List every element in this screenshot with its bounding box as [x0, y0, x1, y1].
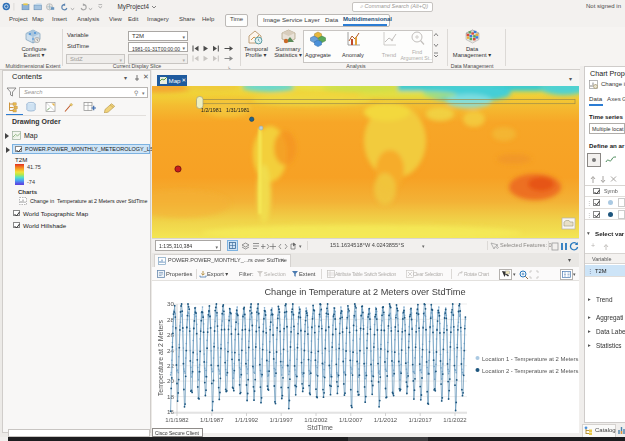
svg-text:Change in Temperature at 2 Met: Change in Temperature at 2 Meters over S… [264, 287, 465, 297]
svg-text:1/1/2012: 1/1/2012 [374, 417, 398, 423]
svg-text:20: 20 [167, 377, 174, 384]
svg-text:StdTime: StdTime [307, 424, 333, 431]
svg-text:22: 22 [167, 362, 174, 369]
svg-text:30: 30 [167, 300, 174, 307]
svg-text:1/1/2002: 1/1/2002 [304, 417, 328, 423]
svg-text:1/1/1997: 1/1/1997 [270, 417, 294, 423]
svg-text:Temperature at 2 Meters: Temperature at 2 Meters [157, 319, 165, 396]
svg-text:24: 24 [167, 347, 174, 354]
svg-text:26: 26 [167, 331, 174, 338]
svg-text:Location 1 - Temperature at 2: Location 1 - Temperature at 2 Meters [482, 356, 579, 362]
svg-text:1/1/1987: 1/1/1987 [200, 417, 224, 423]
svg-text:1/1/1982: 1/1/1982 [165, 417, 189, 423]
svg-text:1/1/1992: 1/1/1992 [235, 417, 259, 423]
svg-text:1/31/1981: 1/31/1981 [226, 107, 250, 113]
svg-text:1/1/2007: 1/1/2007 [339, 417, 363, 423]
svg-text:1/1/2017: 1/1/2017 [409, 417, 433, 423]
svg-text:1/2/1981: 1/2/1981 [201, 107, 222, 113]
svg-text:1/1/2022: 1/1/2022 [443, 417, 467, 423]
svg-text:Location 2 - Temperature at 2: Location 2 - Temperature at 2 Meters [482, 368, 579, 374]
